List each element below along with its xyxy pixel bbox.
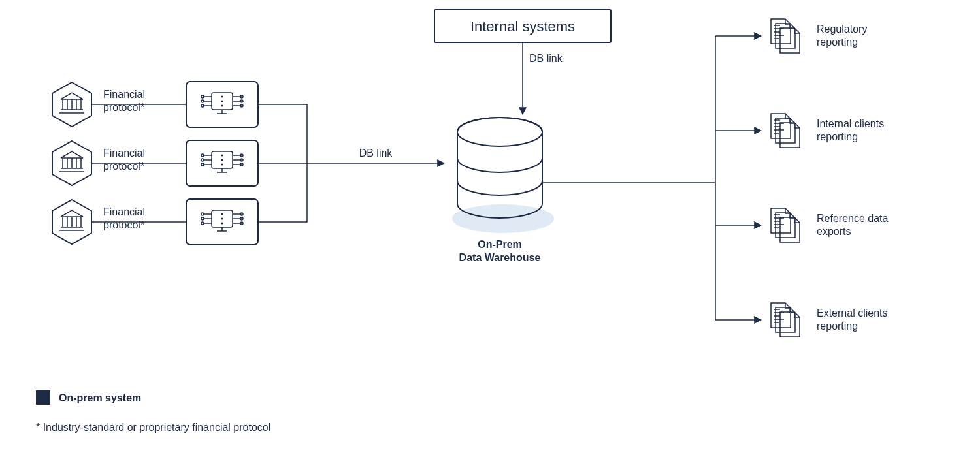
edge-label: protocol* <box>103 219 144 230</box>
output-label: Reference data <box>817 213 889 224</box>
architecture-diagram: Financial protocol* Financial protocol* … <box>0 0 980 455</box>
output-label: External clients <box>817 307 888 319</box>
output-label: reporting <box>817 37 858 48</box>
documents-icon <box>771 208 800 242</box>
documents-icon <box>771 19 800 53</box>
output-label: exports <box>817 226 851 237</box>
internal-systems-node: Internal systems <box>434 10 611 42</box>
output-label: reporting <box>817 321 858 332</box>
legend-label: On-prem system <box>59 392 141 403</box>
edge-db-to-outputs <box>542 36 761 320</box>
edge-label: protocol* <box>103 161 144 172</box>
documents-icon <box>771 114 800 148</box>
svg-point-38 <box>452 204 554 233</box>
source-row-2: Financial protocol* <box>52 199 258 245</box>
footnote: * Industry-standard or proprietary finan… <box>36 422 270 433</box>
edge-label: Financial <box>103 148 145 159</box>
legend-swatch-icon <box>36 390 50 405</box>
documents-icon <box>771 303 800 337</box>
edge-label: Financial <box>103 206 145 217</box>
internal-systems-label: Internal systems <box>470 18 575 35</box>
edge-processors-to-db <box>258 104 444 222</box>
output-0: Regulatory reporting <box>771 19 867 53</box>
output-label: Regulatory <box>817 24 867 35</box>
bank-icon <box>52 82 91 127</box>
output-2: Reference data exports <box>771 208 889 242</box>
edge-label: Financial <box>103 89 145 100</box>
db-title-1: On-Prem <box>478 239 522 250</box>
bank-icon <box>52 141 91 185</box>
edge-label-db-link-left: DB link <box>359 148 393 159</box>
svg-point-39 <box>457 118 542 146</box>
edge-label-db-link-top: DB link <box>529 53 563 64</box>
processor-icon <box>186 82 258 127</box>
output-1: Internal clients reporting <box>771 114 884 148</box>
output-3: External clients reporting <box>771 303 888 337</box>
data-warehouse-node: On-Prem Data Warehouse <box>452 118 554 263</box>
edge-label: protocol* <box>103 102 144 113</box>
source-row-0: Financial protocol* <box>52 82 258 127</box>
source-row-1: Financial protocol* <box>52 140 258 186</box>
output-label: Internal clients <box>817 118 884 129</box>
db-title-2: Data Warehouse <box>459 252 541 263</box>
processor-icon <box>186 199 258 245</box>
bank-icon <box>52 200 91 244</box>
processor-icon <box>186 140 258 186</box>
legend: On-prem system <box>36 390 141 405</box>
output-label: reporting <box>817 131 858 142</box>
